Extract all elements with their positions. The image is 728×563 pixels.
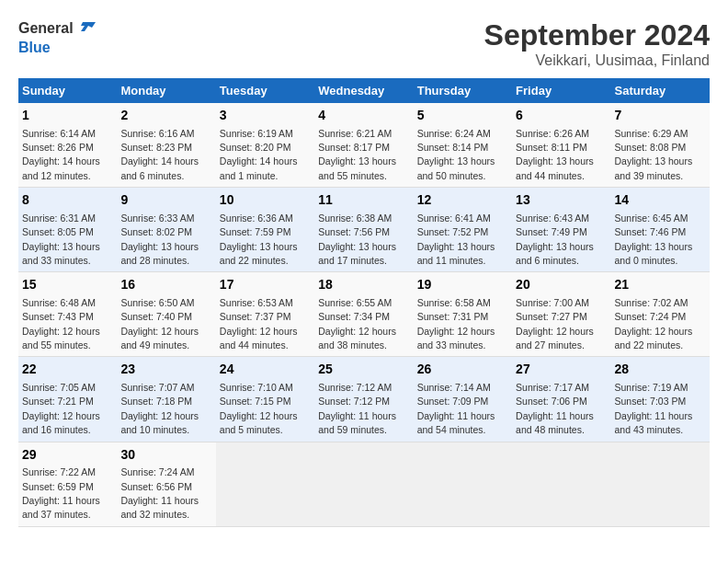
table-row: 18 Sunrise: 6:55 AM Sunset: 7:34 PM Dayl… <box>314 272 413 357</box>
sunrise-info: Sunrise: 6:26 AM <box>516 128 589 139</box>
sunrise-info: Sunrise: 7:10 AM <box>220 382 293 393</box>
day-number: 1 <box>22 107 113 125</box>
day-number: 26 <box>417 361 508 379</box>
table-row: 4 Sunrise: 6:21 AM Sunset: 8:17 PM Dayli… <box>314 103 413 188</box>
day-number: 13 <box>516 191 607 210</box>
daylight-info: Daylight: 12 hours and 44 minutes. <box>220 326 298 350</box>
table-row: 21 Sunrise: 7:02 AM Sunset: 7:24 PM Dayl… <box>611 272 710 357</box>
sunrise-info: Sunrise: 7:17 AM <box>516 382 589 393</box>
sunset-info: Sunset: 7:15 PM <box>220 396 291 407</box>
daylight-info: Daylight: 11 hours and 59 minutes. <box>318 410 396 435</box>
daylight-info: Daylight: 14 hours and 6 minutes. <box>120 155 199 180</box>
daylight-info: Daylight: 13 hours and 44 minutes. <box>516 155 594 180</box>
daylight-info: Daylight: 12 hours and 16 minutes. <box>22 410 100 435</box>
table-row: 1 Sunrise: 6:14 AM Sunset: 8:26 PM Dayli… <box>18 103 117 188</box>
daylight-info: Daylight: 13 hours and 50 minutes. <box>417 155 495 180</box>
sunset-info: Sunset: 7:43 PM <box>22 311 94 322</box>
header-thursday: Thursday <box>414 78 512 103</box>
sunrise-info: Sunrise: 6:58 AM <box>417 297 491 308</box>
daylight-info: Daylight: 13 hours and 22 minutes. <box>220 241 298 266</box>
table-row: 20 Sunrise: 7:00 AM Sunset: 7:27 PM Dayl… <box>512 272 610 357</box>
calendar-week-row: 22 Sunrise: 7:05 AM Sunset: 7:21 PM Dayl… <box>18 357 710 442</box>
header-wednesday: Wednesday <box>314 78 413 103</box>
sunset-info: Sunset: 7:46 PM <box>615 226 687 237</box>
sunrise-info: Sunrise: 6:43 AM <box>516 213 589 224</box>
sunrise-info: Sunrise: 7:07 AM <box>120 382 194 393</box>
header-friday: Friday <box>512 78 610 103</box>
table-row: 22 Sunrise: 7:05 AM Sunset: 7:21 PM Dayl… <box>18 357 117 442</box>
title-block: September 2024 Veikkari, Uusimaa, Finlan… <box>484 18 710 69</box>
day-number: 23 <box>120 361 211 379</box>
calendar-subtitle: Veikkari, Uusimaa, Finland <box>484 52 710 69</box>
day-number: 22 <box>22 361 113 379</box>
sunset-info: Sunset: 7:40 PM <box>120 311 192 322</box>
sunrise-info: Sunrise: 7:12 AM <box>318 382 392 393</box>
day-number: 27 <box>516 361 607 379</box>
header-saturday: Saturday <box>611 78 710 103</box>
sunrise-info: Sunrise: 6:45 AM <box>615 213 688 224</box>
daylight-info: Daylight: 11 hours and 48 minutes. <box>516 410 594 435</box>
sunrise-info: Sunrise: 6:19 AM <box>220 128 293 139</box>
daylight-info: Daylight: 12 hours and 5 minutes. <box>220 410 298 435</box>
table-row: 5 Sunrise: 6:24 AM Sunset: 8:14 PM Dayli… <box>414 103 512 188</box>
table-row: 25 Sunrise: 7:12 AM Sunset: 7:12 PM Dayl… <box>314 357 413 442</box>
sunset-info: Sunset: 8:26 PM <box>22 142 94 153</box>
sunrise-info: Sunrise: 6:55 AM <box>318 297 392 308</box>
calendar-week-row: 8 Sunrise: 6:31 AM Sunset: 8:05 PM Dayli… <box>18 188 710 272</box>
table-row: 16 Sunrise: 6:50 AM Sunset: 7:40 PM Dayl… <box>117 272 215 357</box>
table-row: 8 Sunrise: 6:31 AM Sunset: 8:05 PM Dayli… <box>18 188 117 272</box>
sunrise-info: Sunrise: 6:41 AM <box>417 213 491 224</box>
day-number: 21 <box>615 276 706 294</box>
sunrise-info: Sunrise: 7:05 AM <box>22 382 96 393</box>
day-number: 15 <box>22 276 113 294</box>
day-number: 7 <box>615 107 706 125</box>
table-row: 10 Sunrise: 6:36 AM Sunset: 7:59 PM Dayl… <box>216 188 314 272</box>
sunset-info: Sunset: 7:09 PM <box>417 396 489 407</box>
daylight-info: Daylight: 14 hours and 12 minutes. <box>22 155 100 180</box>
day-number: 29 <box>22 446 113 465</box>
day-number: 18 <box>318 276 409 294</box>
sunset-info: Sunset: 7:52 PM <box>417 226 489 237</box>
daylight-info: Daylight: 12 hours and 27 minutes. <box>516 326 594 350</box>
daylight-info: Daylight: 13 hours and 28 minutes. <box>120 241 199 266</box>
sunset-info: Sunset: 8:05 PM <box>22 226 94 237</box>
daylight-info: Daylight: 12 hours and 49 minutes. <box>120 326 199 350</box>
table-row: 14 Sunrise: 6:45 AM Sunset: 7:46 PM Dayl… <box>611 188 710 272</box>
table-row: 11 Sunrise: 6:38 AM Sunset: 7:56 PM Dayl… <box>314 188 413 272</box>
logo-bird-icon <box>75 18 96 39</box>
sunset-info: Sunset: 7:18 PM <box>120 396 192 407</box>
table-row: 19 Sunrise: 6:58 AM Sunset: 7:31 PM Dayl… <box>414 272 512 357</box>
day-number: 3 <box>220 107 311 125</box>
daylight-info: Daylight: 11 hours and 54 minutes. <box>417 410 495 435</box>
sunrise-info: Sunrise: 7:19 AM <box>615 382 688 393</box>
table-row: 15 Sunrise: 6:48 AM Sunset: 7:43 PM Dayl… <box>18 272 117 357</box>
daylight-info: Daylight: 11 hours and 43 minutes. <box>615 410 693 435</box>
sunset-info: Sunset: 8:11 PM <box>516 142 587 153</box>
daylight-info: Daylight: 13 hours and 0 minutes. <box>615 241 693 266</box>
calendar-week-row: 15 Sunrise: 6:48 AM Sunset: 7:43 PM Dayl… <box>18 272 710 357</box>
daylight-info: Daylight: 13 hours and 6 minutes. <box>516 241 594 266</box>
day-number: 11 <box>318 191 409 210</box>
calendar-table: Sunday Monday Tuesday Wednesday Thursday… <box>18 78 710 527</box>
table-row <box>512 442 610 526</box>
table-row: 17 Sunrise: 6:53 AM Sunset: 7:37 PM Dayl… <box>216 272 314 357</box>
daylight-info: Daylight: 12 hours and 55 minutes. <box>22 326 100 350</box>
day-number: 8 <box>22 191 113 210</box>
sunrise-info: Sunrise: 6:53 AM <box>220 297 293 308</box>
table-row: 23 Sunrise: 7:07 AM Sunset: 7:18 PM Dayl… <box>117 357 215 442</box>
day-number: 30 <box>120 446 211 465</box>
sunrise-info: Sunrise: 6:33 AM <box>120 213 194 224</box>
calendar-header-row: Sunday Monday Tuesday Wednesday Thursday… <box>18 78 710 103</box>
day-number: 6 <box>516 107 607 125</box>
header-tuesday: Tuesday <box>216 78 314 103</box>
day-number: 14 <box>615 191 706 210</box>
sunset-info: Sunset: 7:06 PM <box>516 396 587 407</box>
table-row <box>611 442 710 526</box>
daylight-info: Daylight: 12 hours and 10 minutes. <box>120 410 199 435</box>
sunrise-info: Sunrise: 6:31 AM <box>22 213 96 224</box>
table-row: 13 Sunrise: 6:43 AM Sunset: 7:49 PM Dayl… <box>512 188 610 272</box>
table-row: 29 Sunrise: 7:22 AM Sunset: 6:59 PM Dayl… <box>18 442 117 526</box>
sunrise-info: Sunrise: 7:00 AM <box>516 297 589 308</box>
logo: General Blue <box>18 18 96 56</box>
table-row: 2 Sunrise: 6:16 AM Sunset: 8:23 PM Dayli… <box>117 103 215 188</box>
